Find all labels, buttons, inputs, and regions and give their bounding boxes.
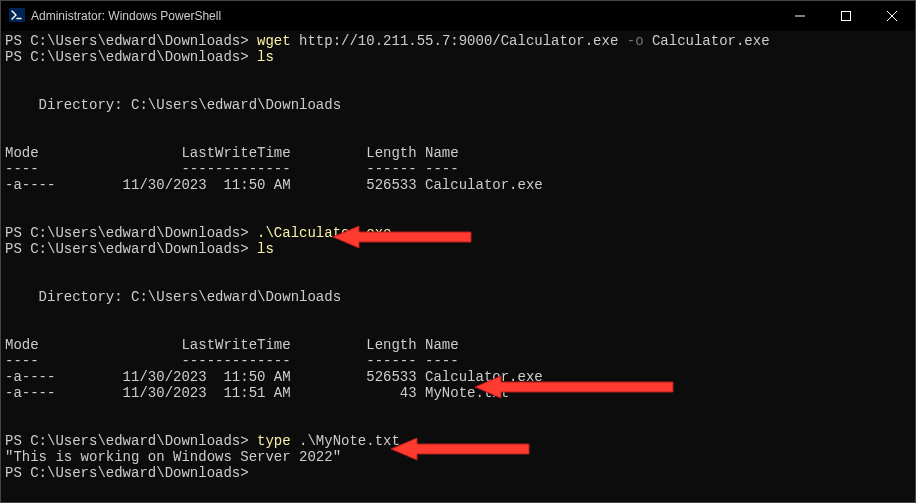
svg-marker-8 xyxy=(391,438,529,460)
prompt: PS C:\Users\edward\Downloads> xyxy=(5,433,249,449)
close-button[interactable] xyxy=(869,1,915,31)
terminal-output[interactable]: PS C:\Users\edward\Downloads> wget http:… xyxy=(1,31,915,502)
cmd-run-calc: .\Calculator.exe xyxy=(257,225,391,241)
prompt: PS C:\Users\edward\Downloads> xyxy=(5,49,249,65)
table-header: Mode LastWriteTime Length Name xyxy=(5,145,459,161)
minimize-button[interactable] xyxy=(777,1,823,31)
cmd-ls: ls xyxy=(257,241,274,257)
cmd-type: type xyxy=(257,433,291,449)
cmd-ls: ls xyxy=(257,49,274,65)
titlebar-left: Administrator: Windows PowerShell xyxy=(1,7,221,26)
wget-url: http://10.211.55.7:9000/Calculator.exe xyxy=(299,33,618,49)
window-controls xyxy=(777,1,915,31)
titlebar[interactable]: Administrator: Windows PowerShell xyxy=(1,1,915,31)
table-header: Mode LastWriteTime Length Name xyxy=(5,337,459,353)
directory-header: Directory: C:\Users\edward\Downloads xyxy=(5,289,341,305)
prompt: PS C:\Users\edward\Downloads> xyxy=(5,465,249,481)
annotation-arrow xyxy=(389,434,533,464)
table-divider: ---- ------------- ------ ---- xyxy=(5,161,459,177)
prompt: PS C:\Users\edward\Downloads> xyxy=(5,33,249,49)
window-title: Administrator: Windows PowerShell xyxy=(31,9,221,23)
maximize-button[interactable] xyxy=(823,1,869,31)
prompt: PS C:\Users\edward\Downloads> xyxy=(5,241,249,257)
svg-rect-3 xyxy=(842,12,851,21)
table-row: -a---- 11/30/2023 11:50 AM 526533 Calcul… xyxy=(5,177,543,193)
file-content: "This is working on Windows Server 2022" xyxy=(5,449,341,465)
wget-out: Calculator.exe xyxy=(652,33,770,49)
prompt: PS C:\Users\edward\Downloads> xyxy=(5,225,249,241)
powershell-icon xyxy=(9,7,25,26)
type-arg: .\MyNote.txt xyxy=(299,433,400,449)
directory-header: Directory: C:\Users\edward\Downloads xyxy=(5,97,341,113)
table-divider: ---- ------------- ------ ---- xyxy=(5,353,459,369)
powershell-window: Administrator: Windows PowerShell PS C:\… xyxy=(0,0,916,503)
wget-flag: -o xyxy=(627,33,644,49)
table-row: -a---- 11/30/2023 11:51 AM 43 MyNote.txt xyxy=(5,385,509,401)
svg-rect-0 xyxy=(9,8,25,22)
cmd-wget: wget xyxy=(257,33,291,49)
table-row: -a---- 11/30/2023 11:50 AM 526533 Calcul… xyxy=(5,369,543,385)
